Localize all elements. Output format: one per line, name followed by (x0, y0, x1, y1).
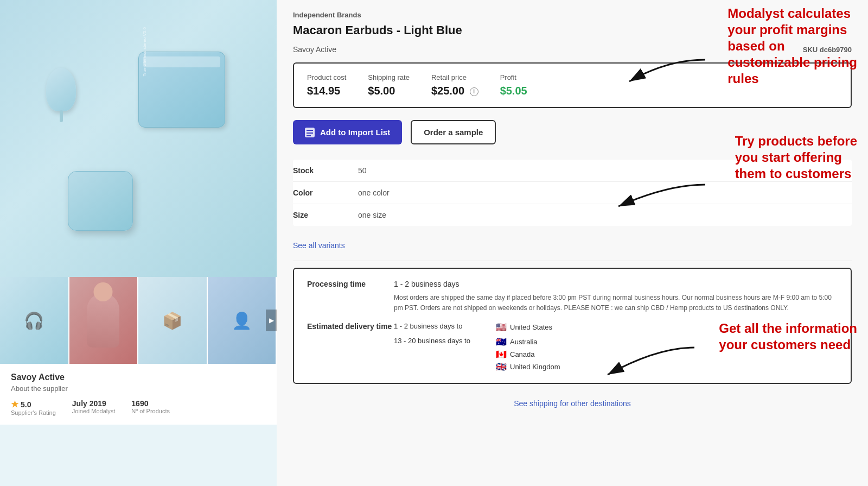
shipping-rate-label: Shipping rate (368, 73, 410, 81)
order-sample-button[interactable]: Order a sample (411, 120, 496, 144)
earbud-case (68, 171, 133, 231)
list-icon (305, 128, 315, 137)
stat-products-value: 1690 (131, 399, 170, 408)
stat-products: 1690 Nº of Products (131, 399, 170, 416)
right-panel: Independent Brands Macaron Earbuds - Lig… (277, 0, 868, 486)
color-label: Color (293, 188, 358, 197)
flag-au: 🇦🇺 Australia (496, 337, 560, 347)
pricing-product-cost: Product cost $14.95 (307, 73, 346, 97)
processing-time-label: Processing time (307, 280, 394, 313)
retail-price-value: $25.00 i (431, 85, 478, 97)
stat-joined-label: Joined Modalyst (72, 408, 116, 414)
thumb-person (87, 293, 119, 348)
add-to-import-list-button[interactable]: Add to Import List (293, 120, 402, 144)
product-visual: True wireless stereo V5.0 (35, 35, 241, 242)
us-name: United States (510, 323, 552, 331)
shipping-rate-value: $5.00 (368, 85, 410, 97)
flag-us: 🇺🇸 United States (496, 322, 552, 332)
us-flag-icon: 🇺🇸 (496, 322, 507, 332)
profit-value: $5.05 (500, 85, 527, 97)
thumbnail-1[interactable]: 🎧 (0, 277, 69, 364)
thumbnail-2[interactable] (69, 277, 139, 364)
pricing-box: Product cost $14.95 Shipping rate $5.00 … (293, 62, 852, 108)
estimated-delivery-label: Estimated delivery time (307, 322, 394, 372)
shipping-info-box: Processing time 1 - 2 business days Most… (293, 268, 852, 384)
left-panel: True wireless stereo V5.0 🎧 (0, 0, 277, 486)
stat-rating-value: ★ 5.0 (11, 399, 56, 409)
stock-label: Stock (293, 166, 358, 175)
uk-flag-icon: 🇬🇧 (496, 362, 507, 372)
box-text: True wireless stereo V5.0 (142, 27, 147, 76)
thumbnail-strip: 🎧 📦 👤 ▶ (0, 277, 277, 364)
pricing-shipping: Shipping rate $5.00 (368, 73, 410, 97)
supplier-name: Savoy Active (11, 373, 266, 382)
product-details: Stock 50 Color one color Size one size (293, 160, 852, 226)
pricing-retail: Retail price $25.00 i (431, 73, 478, 97)
stat-rating: ★ 5.0 Supplier's Rating (11, 399, 56, 416)
pricing-profit: Profit $5.05 (500, 73, 527, 97)
stat-joined-value: July 2019 (72, 399, 116, 408)
thumb-icon-1: 🎧 (24, 311, 44, 330)
size-label: Size (293, 211, 358, 219)
stat-products-label: Nº of Products (131, 408, 170, 414)
thumbnail-3[interactable]: 📦 (138, 277, 208, 364)
processing-time-content: 1 - 2 business days Most orders are ship… (394, 280, 838, 313)
destination-flags-1: 🇺🇸 United States (496, 322, 552, 332)
estimated-delivery-row: Estimated delivery time 1 - 2 business d… (307, 322, 838, 372)
retail-price-label: Retail price (431, 73, 478, 81)
au-flag-icon: 🇦🇺 (496, 337, 507, 347)
supplier-about: About the supplier (11, 384, 266, 393)
retail-price-info-icon[interactable]: i (470, 87, 478, 96)
brand-label: Independent Brands (293, 11, 852, 19)
action-row: Add to Import List Order a sample (293, 120, 852, 144)
delivery-time-1: 1 - 2 business days to (394, 322, 492, 330)
delivery-content: 1 - 2 business days to 🇺🇸 United States … (394, 322, 838, 372)
detail-row-color: Color one color (293, 182, 852, 204)
size-value: one size (358, 211, 386, 219)
au-name: Australia (510, 338, 538, 346)
product-cost-value: $14.95 (307, 85, 346, 97)
earbud-unit (46, 68, 76, 111)
product-title: Macaron Earbuds - Light Blue (293, 23, 852, 37)
product-cost-label: Product cost (307, 73, 346, 81)
main-layout: True wireless stereo V5.0 🎧 (0, 0, 868, 486)
processing-time-row: Processing time 1 - 2 business days Most… (307, 280, 838, 313)
stat-rating-label: Supplier's Rating (11, 409, 56, 416)
ca-flag-icon: 🇨🇦 (496, 349, 507, 359)
sku-code: SKU dc6b9790 (803, 46, 852, 54)
see-shipping-link[interactable]: See shipping for other destinations (293, 393, 852, 414)
sku-supplier: Savoy Active (293, 45, 336, 54)
flag-uk: 🇬🇧 United Kingdom (496, 362, 560, 372)
destination-flags-2: 🇦🇺 Australia 🇨🇦 Canada 🇬🇧 United Kin (496, 337, 560, 372)
detail-row-size: Size one size (293, 204, 852, 226)
processing-note: Most orders are shipped the same day if … (394, 293, 838, 313)
supplier-stats: ★ 5.0 Supplier's Rating July 2019 Joined… (11, 399, 266, 416)
delivery-row-1: 1 - 2 business days to 🇺🇸 United States (394, 322, 838, 332)
thumb-icon-4: 👤 (232, 311, 252, 330)
detail-row-stock: Stock 50 (293, 160, 852, 182)
divider (293, 261, 852, 261)
ca-name: Canada (510, 350, 535, 358)
stock-value: 50 (358, 166, 367, 175)
supplier-info: Savoy Active About the supplier ★ 5.0 Su… (0, 364, 277, 425)
see-all-variants-link[interactable]: See all variants (293, 237, 852, 254)
product-hero-image: True wireless stereo V5.0 (0, 0, 277, 277)
uk-name: United Kingdom (510, 363, 560, 371)
sku-row: Savoy Active SKU dc6b9790 (293, 45, 852, 54)
color-value: one color (358, 188, 390, 197)
flag-ca: 🇨🇦 Canada (496, 349, 560, 359)
thumbnail-next-arrow[interactable]: ▶ (266, 310, 277, 331)
delivery-time-2: 13 - 20 business days to (394, 337, 492, 345)
delivery-destinations: 1 - 2 business days to 🇺🇸 United States … (394, 322, 838, 372)
stat-joined: July 2019 Joined Modalyst (72, 399, 116, 416)
profit-label: Profit (500, 73, 527, 81)
delivery-row-2: 13 - 20 business days to 🇦🇺 Australia 🇨🇦… (394, 337, 838, 372)
star-icon: ★ (11, 399, 18, 409)
thumb-icon-3: 📦 (162, 311, 182, 330)
earbud-box: True wireless stereo V5.0 (138, 52, 225, 128)
